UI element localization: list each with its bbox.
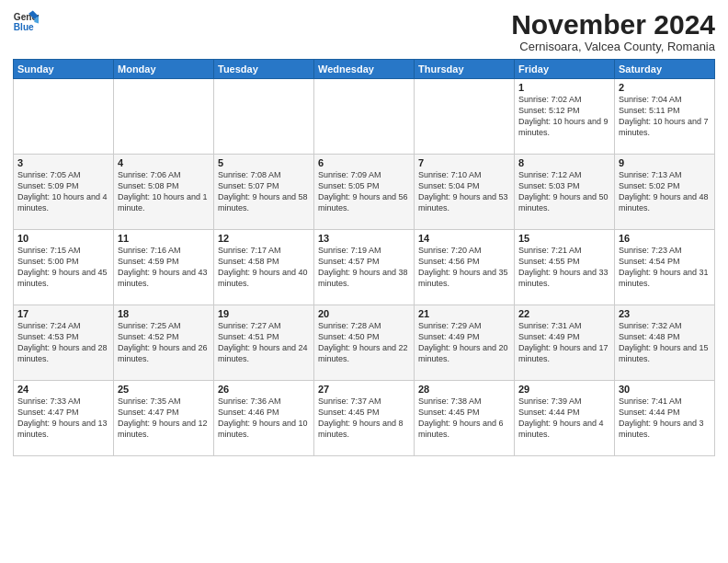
day-number: 12 <box>218 233 310 244</box>
calendar-cell: 26Sunrise: 7:36 AM Sunset: 4:46 PM Dayli… <box>214 381 314 456</box>
calendar-cell: 12Sunrise: 7:17 AM Sunset: 4:58 PM Dayli… <box>214 230 314 305</box>
day-info: Sunrise: 7:37 AM Sunset: 4:45 PM Dayligh… <box>318 396 410 441</box>
calendar-cell: 9Sunrise: 7:13 AM Sunset: 5:02 PM Daylig… <box>615 155 715 230</box>
calendar-cell: 18Sunrise: 7:25 AM Sunset: 4:52 PM Dayli… <box>114 305 214 381</box>
month-title: November 2024 <box>511 9 715 40</box>
calendar-cell: 23Sunrise: 7:32 AM Sunset: 4:48 PM Dayli… <box>615 305 715 381</box>
day-info: Sunrise: 7:36 AM Sunset: 4:46 PM Dayligh… <box>218 396 310 441</box>
header-tuesday: Tuesday <box>214 60 314 79</box>
day-info: Sunrise: 7:23 AM Sunset: 4:54 PM Dayligh… <box>619 245 711 290</box>
header-friday: Friday <box>515 60 615 79</box>
header-sunday: Sunday <box>14 60 114 79</box>
day-number: 13 <box>318 233 410 244</box>
day-info: Sunrise: 7:25 AM Sunset: 4:52 PM Dayligh… <box>118 320 210 365</box>
day-number: 10 <box>17 233 109 244</box>
day-info: Sunrise: 7:21 AM Sunset: 4:55 PM Dayligh… <box>518 245 610 290</box>
svg-text:Blue: Blue <box>14 22 34 32</box>
calendar-cell: 8Sunrise: 7:12 AM Sunset: 5:03 PM Daylig… <box>515 155 615 230</box>
calendar-cell: 22Sunrise: 7:31 AM Sunset: 4:49 PM Dayli… <box>515 305 615 381</box>
day-info: Sunrise: 7:29 AM Sunset: 4:49 PM Dayligh… <box>418 320 510 365</box>
day-info: Sunrise: 7:32 AM Sunset: 4:48 PM Dayligh… <box>619 320 711 365</box>
day-number: 18 <box>118 308 210 319</box>
day-number: 2 <box>619 82 711 93</box>
day-info: Sunrise: 7:31 AM Sunset: 4:49 PM Dayligh… <box>518 320 610 365</box>
calendar-cell: 7Sunrise: 7:10 AM Sunset: 5:04 PM Daylig… <box>415 155 515 230</box>
calendar-cell: 29Sunrise: 7:39 AM Sunset: 4:44 PM Dayli… <box>515 381 615 456</box>
header-monday: Monday <box>114 60 214 79</box>
calendar-cell <box>314 79 415 155</box>
calendar-cell: 4Sunrise: 7:06 AM Sunset: 5:08 PM Daylig… <box>114 155 214 230</box>
day-number: 4 <box>118 157 210 168</box>
header-wednesday: Wednesday <box>314 60 415 79</box>
day-info: Sunrise: 7:16 AM Sunset: 4:59 PM Dayligh… <box>118 245 210 290</box>
day-info: Sunrise: 7:06 AM Sunset: 5:08 PM Dayligh… <box>118 169 210 214</box>
day-number: 1 <box>518 82 610 93</box>
day-number: 28 <box>418 384 510 395</box>
calendar-cell: 21Sunrise: 7:29 AM Sunset: 4:49 PM Dayli… <box>415 305 515 381</box>
day-info: Sunrise: 7:41 AM Sunset: 4:44 PM Dayligh… <box>619 396 711 441</box>
day-number: 15 <box>518 233 610 244</box>
calendar-row-4: 24Sunrise: 7:33 AM Sunset: 4:47 PM Dayli… <box>14 381 715 456</box>
day-info: Sunrise: 7:08 AM Sunset: 5:07 PM Dayligh… <box>218 169 310 214</box>
day-number: 24 <box>17 384 109 395</box>
calendar-cell: 25Sunrise: 7:35 AM Sunset: 4:47 PM Dayli… <box>114 381 214 456</box>
header-saturday: Saturday <box>615 60 715 79</box>
calendar-cell: 16Sunrise: 7:23 AM Sunset: 4:54 PM Dayli… <box>615 230 715 305</box>
day-info: Sunrise: 7:35 AM Sunset: 4:47 PM Dayligh… <box>118 396 210 441</box>
location: Cernisoara, Valcea County, Romania <box>511 40 715 53</box>
calendar-body: 1Sunrise: 7:02 AM Sunset: 5:12 PM Daylig… <box>14 79 715 456</box>
logo-icon: General Blue <box>13 9 39 35</box>
day-info: Sunrise: 7:17 AM Sunset: 4:58 PM Dayligh… <box>218 245 310 290</box>
day-info: Sunrise: 7:12 AM Sunset: 5:03 PM Dayligh… <box>518 169 610 214</box>
day-number: 8 <box>518 157 610 168</box>
day-info: Sunrise: 7:27 AM Sunset: 4:51 PM Dayligh… <box>218 320 310 365</box>
day-info: Sunrise: 7:02 AM Sunset: 5:12 PM Dayligh… <box>518 94 610 139</box>
day-info: Sunrise: 7:20 AM Sunset: 4:56 PM Dayligh… <box>418 245 510 290</box>
calendar-cell <box>214 79 314 155</box>
day-number: 3 <box>17 157 109 168</box>
day-number: 5 <box>218 157 310 168</box>
day-info: Sunrise: 7:39 AM Sunset: 4:44 PM Dayligh… <box>518 396 610 441</box>
calendar-header: Sunday Monday Tuesday Wednesday Thursday… <box>14 60 715 79</box>
calendar-cell: 20Sunrise: 7:28 AM Sunset: 4:50 PM Dayli… <box>314 305 415 381</box>
day-number: 19 <box>218 308 310 319</box>
calendar-cell: 28Sunrise: 7:38 AM Sunset: 4:45 PM Dayli… <box>415 381 515 456</box>
day-number: 20 <box>318 308 410 319</box>
day-info: Sunrise: 7:19 AM Sunset: 4:57 PM Dayligh… <box>318 245 410 290</box>
day-info: Sunrise: 7:09 AM Sunset: 5:05 PM Dayligh… <box>318 169 410 214</box>
day-info: Sunrise: 7:28 AM Sunset: 4:50 PM Dayligh… <box>318 320 410 365</box>
header-thursday: Thursday <box>415 60 515 79</box>
calendar-cell: 24Sunrise: 7:33 AM Sunset: 4:47 PM Dayli… <box>14 381 114 456</box>
calendar-cell: 2Sunrise: 7:04 AM Sunset: 5:11 PM Daylig… <box>615 79 715 155</box>
title-section: November 2024 Cernisoara, Valcea County,… <box>511 9 715 53</box>
day-number: 17 <box>17 308 109 319</box>
day-number: 26 <box>218 384 310 395</box>
day-info: Sunrise: 7:13 AM Sunset: 5:02 PM Dayligh… <box>619 169 711 214</box>
day-number: 23 <box>619 308 711 319</box>
calendar-cell: 13Sunrise: 7:19 AM Sunset: 4:57 PM Dayli… <box>314 230 415 305</box>
day-number: 30 <box>619 384 711 395</box>
calendar-row-1: 3Sunrise: 7:05 AM Sunset: 5:09 PM Daylig… <box>14 155 715 230</box>
calendar-cell: 6Sunrise: 7:09 AM Sunset: 5:05 PM Daylig… <box>314 155 415 230</box>
day-info: Sunrise: 7:15 AM Sunset: 5:00 PM Dayligh… <box>17 245 109 290</box>
day-info: Sunrise: 7:24 AM Sunset: 4:53 PM Dayligh… <box>17 320 109 365</box>
day-number: 16 <box>619 233 711 244</box>
day-number: 7 <box>418 157 510 168</box>
header-row: Sunday Monday Tuesday Wednesday Thursday… <box>14 60 715 79</box>
day-number: 22 <box>518 308 610 319</box>
calendar-cell <box>114 79 214 155</box>
page: General Blue November 2024 Cernisoara, V… <box>0 0 728 563</box>
calendar-row-2: 10Sunrise: 7:15 AM Sunset: 5:00 PM Dayli… <box>14 230 715 305</box>
day-info: Sunrise: 7:33 AM Sunset: 4:47 PM Dayligh… <box>17 396 109 441</box>
day-info: Sunrise: 7:05 AM Sunset: 5:09 PM Dayligh… <box>17 169 109 214</box>
day-info: Sunrise: 7:04 AM Sunset: 5:11 PM Dayligh… <box>619 94 711 139</box>
day-info: Sunrise: 7:10 AM Sunset: 5:04 PM Dayligh… <box>418 169 510 214</box>
calendar-cell: 1Sunrise: 7:02 AM Sunset: 5:12 PM Daylig… <box>515 79 615 155</box>
calendar: Sunday Monday Tuesday Wednesday Thursday… <box>13 59 715 456</box>
day-number: 9 <box>619 157 711 168</box>
calendar-row-0: 1Sunrise: 7:02 AM Sunset: 5:12 PM Daylig… <box>14 79 715 155</box>
calendar-cell: 15Sunrise: 7:21 AM Sunset: 4:55 PM Dayli… <box>515 230 615 305</box>
day-number: 27 <box>318 384 410 395</box>
day-number: 11 <box>118 233 210 244</box>
calendar-cell: 19Sunrise: 7:27 AM Sunset: 4:51 PM Dayli… <box>214 305 314 381</box>
